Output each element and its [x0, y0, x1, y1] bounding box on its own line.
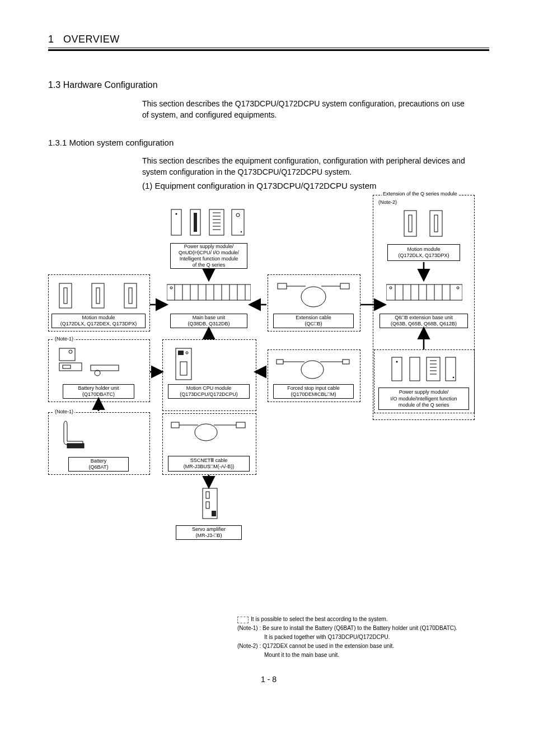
- rule-thick: [48, 49, 489, 51]
- legend: It is possible to select the best accord…: [237, 615, 489, 659]
- legend-note1b: It is packed together with Q173DCPU/Q172…: [237, 633, 489, 641]
- section-1-3-title: 1.3 Hardware Configuration: [48, 80, 489, 90]
- legend-select: It is possible to select the best accord…: [251, 616, 388, 622]
- section-1-3-body: This section describes the Q173DCPU/Q172…: [142, 98, 472, 121]
- legend-note2b: Mount it to the main base unit.: [237, 651, 489, 659]
- rule-thin: [48, 48, 489, 48]
- chapter-title: OVERVIEW: [63, 34, 120, 45]
- section-1-3-1-body: This section describes the equipment con…: [142, 155, 472, 178]
- legend-note2a: (Note-2) : Q172DEX cannot be used in the…: [237, 642, 489, 650]
- legend-note1a: (Note-1) : Be sure to install the Batter…: [237, 624, 489, 632]
- chapter-num: 1: [48, 34, 54, 45]
- system-diagram: Extension of the Q series module (Note-2…: [48, 193, 489, 607]
- arrows: [48, 193, 485, 551]
- dashed-swatch: [237, 617, 249, 623]
- chapter-heading: 1 OVERVIEW: [48, 34, 489, 45]
- equipment-config-title: (1) Equipment configuration in Q173DCPU/…: [142, 181, 489, 190]
- page-number: 1 - 8: [48, 675, 489, 684]
- section-1-3-1-title: 1.3.1 Motion system configuration: [48, 138, 489, 147]
